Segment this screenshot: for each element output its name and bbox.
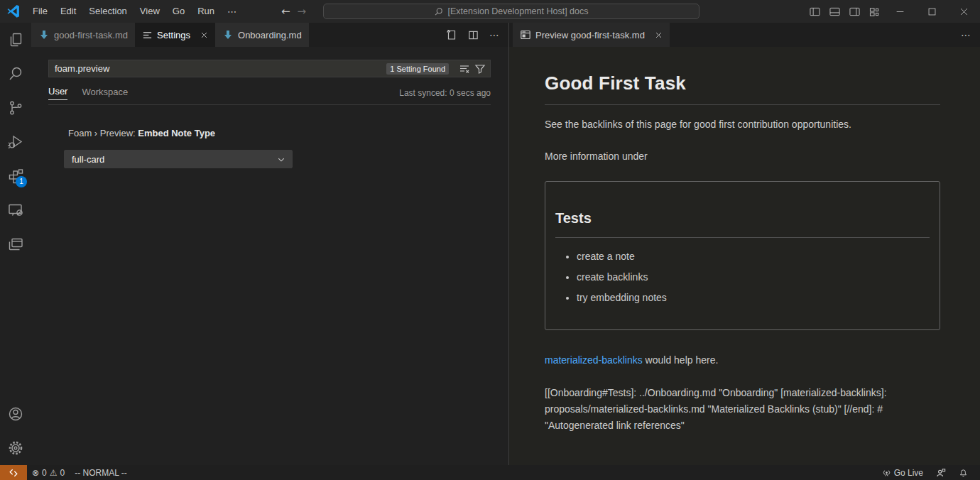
embedded-note-list: create a note create backlinks try embed… [555,249,930,305]
menu-view[interactable]: View [134,0,166,23]
minimize-button[interactable] [884,0,916,23]
setting-item-embed-note-type: Foam › Preview: Embed Note Type full-car… [64,128,491,168]
command-center-search[interactable]: [Extension Development Host] docs [323,4,699,19]
tab-label: Preview good-first-task.md [535,30,645,40]
markdown-preview: Good First Task See the backlinks of thi… [509,47,980,434]
tab-label: good-first-task.md [54,30,128,40]
remote-explorer-icon[interactable] [0,193,31,227]
editor-group-preview: Preview good-first-task.md ⋯ Good First … [508,23,980,465]
settings-search-value: foam.preview [55,63,386,74]
feedback-button[interactable] [931,468,951,478]
divider [545,104,940,105]
embedded-note-card: Tests create a note create backlinks try… [545,181,940,330]
bell-icon [959,468,968,477]
close-tab-icon[interactable] [655,31,663,39]
tab-onboarding[interactable]: Onboarding.md [215,23,309,47]
menu-file[interactable]: File [26,0,54,23]
go-live-button[interactable]: Go Live [877,468,928,478]
embedded-note-title: Tests [555,207,930,229]
vim-mode-status[interactable]: -- NORMAL -- [70,468,132,478]
panels-view-icon[interactable] [0,227,31,261]
split-editor-icon[interactable] [468,30,479,40]
vim-mode-label: -- NORMAL -- [75,468,127,478]
settings-search-input[interactable]: foam.preview 1 Setting Found [48,60,491,77]
scope-tab-user[interactable]: User [48,86,67,100]
close-window-button[interactable] [948,0,980,23]
link-references-text: [[Onboarding#Tests]: ../Onboarding.md "O… [545,385,940,434]
menu-run[interactable]: Run [191,0,221,23]
source-control-icon[interactable] [0,91,31,125]
nav-back-icon[interactable]: ← [281,5,290,18]
tab-settings[interactable]: Settings [135,23,215,47]
tab-good-first-task[interactable]: good-first-task.md [31,23,135,47]
vscode-logo-icon [6,4,21,18]
settings-gear-icon[interactable] [0,431,31,465]
menu-edit[interactable]: Edit [54,0,82,23]
chevron-down-icon [276,156,286,164]
status-bar: ⊗ 0 ⚠ 0 -- NORMAL -- Go Live [0,465,980,480]
menu-selection[interactable]: Selection [82,0,133,23]
embed-note-type-value: full-card [72,154,104,165]
filter-settings-icon[interactable] [474,63,486,75]
markdown-file-icon [222,29,234,40]
vscode-window: File Edit Selection View Go Run ⋯ ← → [E… [0,0,980,480]
close-tab-icon[interactable] [200,31,208,39]
open-settings-json-icon[interactable] [446,29,457,40]
preview-paragraph: materialized-backlinks would help here. [545,353,940,368]
left-tab-bar: good-first-task.md Settings Onboarding.m… [31,23,508,47]
menu-more-button[interactable]: ⋯ [221,6,243,17]
setting-name: Embed Note Type [138,128,215,138]
tab-preview-good-first-task[interactable]: Preview good-first-task.md [513,23,670,47]
activity-bar: 1 [0,23,31,465]
remote-indicator[interactable] [0,465,27,480]
error-count: 0 [42,468,47,478]
scope-tab-workspace[interactable]: Workspace [82,87,128,100]
link-tail-text: would help here. [643,354,719,366]
tab-label: Settings [157,30,190,40]
menu-go[interactable]: Go [166,0,191,23]
remote-icon [9,468,18,478]
setting-category: Foam › Preview: [68,128,138,138]
materialized-backlinks-link[interactable]: materialized-backlinks [545,354,643,366]
command-center-text: [Extension Development Host] docs [447,6,588,16]
tab-label: Onboarding.md [238,30,302,40]
settings-scope-row: User Workspace Last synced: 0 secs ago [48,86,491,105]
last-synced-label: Last synced: 0 secs ago [399,88,491,98]
error-icon: ⊗ [32,468,39,478]
list-item: try embedding notes [577,290,930,305]
settings-editor: foam.preview 1 Setting Found User Worksp… [31,47,508,168]
right-tab-bar: Preview good-first-task.md ⋯ [509,23,980,47]
toggle-panel-icon[interactable] [824,0,844,23]
run-debug-icon[interactable] [0,125,31,159]
notifications-button[interactable] [954,468,973,477]
setting-title: Foam › Preview: Embed Note Type [64,128,491,138]
open-preview-icon [520,29,531,40]
list-item: create backlinks [577,270,930,285]
warning-icon: ⚠ [50,468,58,478]
preview-paragraph: More information under [545,149,940,164]
clear-settings-search-icon[interactable] [459,63,470,75]
embed-note-type-select[interactable]: full-card [64,150,293,168]
accounts-icon[interactable] [0,397,31,431]
maximize-button[interactable] [916,0,948,23]
customize-layout-icon[interactable] [864,0,884,23]
explorer-icon[interactable] [0,23,31,57]
search-sidebar-icon[interactable] [0,57,31,91]
markdown-file-icon [38,29,50,40]
problems-status[interactable]: ⊗ 0 ⚠ 0 [27,468,70,478]
settings-list-icon [142,30,153,40]
extensions-icon[interactable]: 1 [0,159,31,193]
nav-forward-icon[interactable]: → [298,5,307,18]
toggle-sidebar-icon[interactable] [805,0,824,23]
preview-title: Good First Task [545,70,940,97]
editor-more-actions-icon[interactable]: ⋯ [489,29,500,40]
broadcast-icon [882,468,891,477]
editor-more-actions-icon[interactable]: ⋯ [961,29,971,40]
toggle-secondary-sidebar-icon[interactable] [844,0,864,23]
warning-count: 0 [60,468,65,478]
divider [555,237,930,238]
settings-count-badge: 1 Setting Found [386,63,449,75]
search-icon [434,7,443,16]
go-live-label: Go Live [894,468,923,478]
feedback-person-icon [936,468,946,478]
